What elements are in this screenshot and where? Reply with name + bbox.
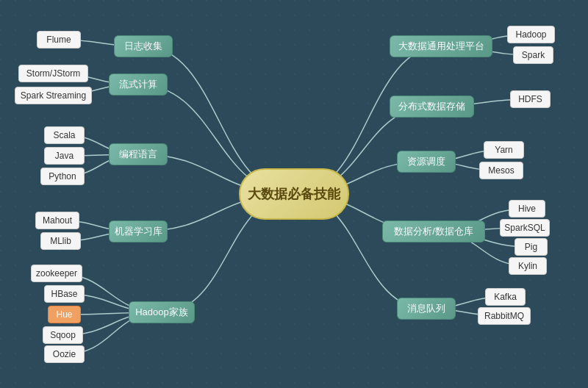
center-label: 大数据必备技能 — [248, 185, 340, 203]
leaf-pig: Pig — [514, 238, 548, 256]
leaf-java: Java — [44, 147, 85, 165]
branch-liushi: 流式计算 — [109, 73, 168, 96]
leaf-rabbitmq: RabbitMQ — [478, 307, 531, 325]
leaf-mesos: Mesos — [479, 162, 523, 179]
leaf-sparksql: SparkSQL — [500, 219, 550, 237]
leaf-python: Python — [40, 168, 85, 185]
branch-ziyuan: 资源调度 — [397, 151, 456, 173]
branch-fenbu: 分布式数据存储 — [390, 96, 474, 118]
leaf-hive: Hive — [509, 200, 545, 218]
leaf-mllib: MLlib — [40, 232, 81, 250]
leaf-hbase: HBase — [44, 285, 85, 303]
leaf-hdfs: HDFS — [510, 90, 551, 108]
branch-jiqixuexi: 机器学习库 — [109, 220, 168, 242]
leaf-storm-jstorm: Storm/JStorm — [18, 65, 88, 82]
branch-rizhi: 日志收集 — [114, 35, 173, 57]
leaf-kylin: Kylin — [509, 257, 547, 275]
branch-shuju: 数据分析/数据仓库 — [382, 220, 485, 242]
leaf-yarn: Yarn — [484, 141, 524, 159]
leaf-oozie: Oozie — [44, 345, 85, 363]
leaf-kafka: Kafka — [485, 288, 526, 306]
leaf-mahout: Mahout — [35, 212, 79, 229]
leaf-spark-streaming: Spark Streaming — [15, 87, 92, 104]
leaf-hadoop: Hadoop — [507, 26, 555, 43]
leaf-flume: Flume — [37, 31, 81, 48]
leaf-sqoop: Sqoop — [43, 326, 83, 344]
branch-biancheng: 编程语言 — [109, 143, 168, 165]
branch-hadoop: Hadoop家族 — [129, 301, 195, 323]
leaf-hue: Hue — [48, 306, 81, 323]
leaf-scala: Scala — [44, 126, 85, 144]
branch-xiaoxi: 消息队列 — [397, 298, 456, 320]
leaf-spark: Spark — [513, 46, 553, 64]
leaf-zookeeper: zookeeper — [31, 265, 82, 282]
center-node: 大数据必备技能 — [239, 168, 349, 220]
branch-dadata: 大数据通用处理平台 — [390, 35, 492, 57]
